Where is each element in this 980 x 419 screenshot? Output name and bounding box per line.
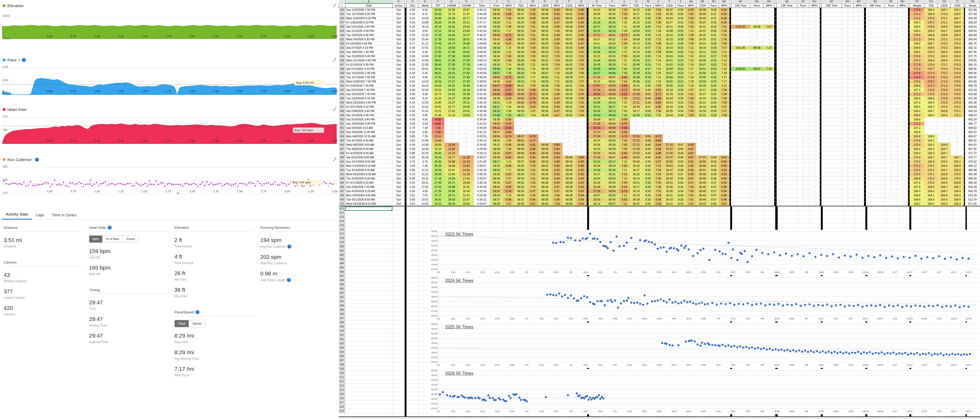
cell[interactable]: 7.21 [654,75,663,80]
row-number[interactable]: 430 [339,33,345,37]
cell[interactable]: 26.69 [444,198,459,202]
cell[interactable]: - [750,37,764,41]
cell[interactable]: 8:33 [676,198,686,202]
cell[interactable] [731,29,750,33]
cell[interactable]: 7.15 [719,67,729,71]
cell[interactable]: - [709,139,719,143]
column-letter-Q[interactable]: Q [576,0,587,3]
cell[interactable]: 7.00 [527,50,538,54]
cell[interactable]: 08:38 [562,193,576,198]
help-icon[interactable]: ? [108,226,112,229]
cell[interactable]: 26:49 [696,172,709,177]
cell[interactable]: Out [393,67,405,71]
cell[interactable]: 7.40 [619,67,630,71]
cell[interactable]: 460.42 [965,139,980,143]
cell[interactable]: 7.07 [686,88,696,92]
cell[interactable]: 6.93 [576,21,587,25]
cell[interactable]: 8:31 [709,92,719,96]
cell[interactable]: - [459,134,474,139]
cell[interactable]: 7.45 [619,113,630,118]
cell[interactable]: 8:30 [643,84,654,88]
cell[interactable]: 170.1 [924,168,938,172]
cell[interactable]: 23.37 [444,101,459,105]
toggle-pace[interactable]: Pace [175,320,189,327]
cell[interactable]: 7.53 [503,113,514,118]
cell[interactable]: 26:16 [630,50,643,54]
cell[interactable]: 25:22 [589,29,605,33]
cell[interactable]: - [809,75,819,80]
cell[interactable]: 8:26 [709,50,719,54]
cell[interactable]: 26:36 [663,189,676,193]
cell[interactable]: - [885,172,897,177]
cell[interactable]: 27:41 [630,134,643,139]
cell[interactable]: 7.04 [619,172,630,177]
cell[interactable]: 4.00 [431,118,444,122]
cell[interactable]: - [576,134,587,139]
cell[interactable]: 0:29:47 [474,202,490,206]
cell[interactable]: 7.11 [551,75,562,80]
cell[interactable]: - [885,67,897,71]
cell[interactable]: 6.75 [619,122,630,126]
cell[interactable]: 26:45 [589,118,605,122]
cell[interactable]: 7.08 [654,21,663,25]
cell[interactable]: 08:41 [562,16,576,21]
cell[interactable]: Wed 4/22/2026 8:10 AM [345,202,392,206]
cell[interactable]: 7.10 [551,71,562,75]
cell[interactable]: 6.84 [551,151,562,156]
cell[interactable]: 08:34 [514,50,527,54]
cell[interactable]: - [527,122,538,126]
cell[interactable]: - [842,8,854,12]
cell[interactable]: 08:39 [562,181,576,185]
cell[interactable]: 26:22 [630,84,643,88]
cell[interactable]: - [719,143,729,147]
cell[interactable]: - [897,37,908,41]
cell[interactable] [821,193,842,198]
cell[interactable]: - [750,92,764,96]
cell[interactable]: 170.6 [951,92,964,96]
cell[interactable]: Out [393,130,405,134]
cell[interactable]: - [797,147,809,151]
cell[interactable]: - [897,109,908,113]
cell[interactable]: - [719,139,729,143]
cell[interactable]: - [842,160,854,164]
cell[interactable]: 08:39 [538,8,551,12]
cell[interactable] [776,88,797,92]
cell[interactable]: 7.05 [527,54,538,59]
cell[interactable]: - [764,71,774,75]
cell[interactable]: 8:25 [643,33,654,37]
cell[interactable]: 08:29 [538,67,551,71]
cell[interactable]: 8:33 [643,164,654,168]
cell[interactable] [776,109,797,113]
cell[interactable]: - [764,143,774,147]
cell[interactable]: - [809,21,819,25]
cell[interactable]: - [797,80,809,84]
cell[interactable]: - [797,156,809,160]
cell[interactable]: 0:29:39 [474,147,490,151]
cell[interactable]: 6.94 [576,202,587,206]
cell[interactable] [776,160,797,164]
cell[interactable]: 26:36 [663,12,676,16]
cell[interactable] [821,172,842,177]
cell[interactable]: 7.12 [654,33,663,37]
cell[interactable]: 26:43 [696,193,709,198]
cell[interactable]: 26:45 [696,189,709,193]
cell[interactable]: - [696,143,709,147]
cell[interactable]: 25.48 [459,96,474,101]
cell[interactable]: 08:26 [538,75,551,80]
cell[interactable]: 27:02 [630,151,643,156]
cell[interactable]: 6.96 [576,33,587,37]
cell[interactable]: 6.84 [619,130,630,134]
cell[interactable]: 14.74 [444,151,459,156]
column-header[interactable]: MPH [654,3,663,8]
cell[interactable]: 26:25 [696,33,709,37]
cell[interactable]: - [885,139,897,143]
cell[interactable]: 08:18 [605,63,619,67]
cell[interactable]: 26.31 [444,25,459,29]
cell[interactable]: 0:39:04 [474,80,490,84]
cell[interactable]: 8:49 [643,139,654,143]
cell[interactable]: - [797,113,809,118]
cell[interactable]: 8:28 [643,50,654,54]
cell[interactable]: - [551,139,562,143]
cell[interactable] [776,29,797,33]
cell[interactable] [821,177,842,181]
